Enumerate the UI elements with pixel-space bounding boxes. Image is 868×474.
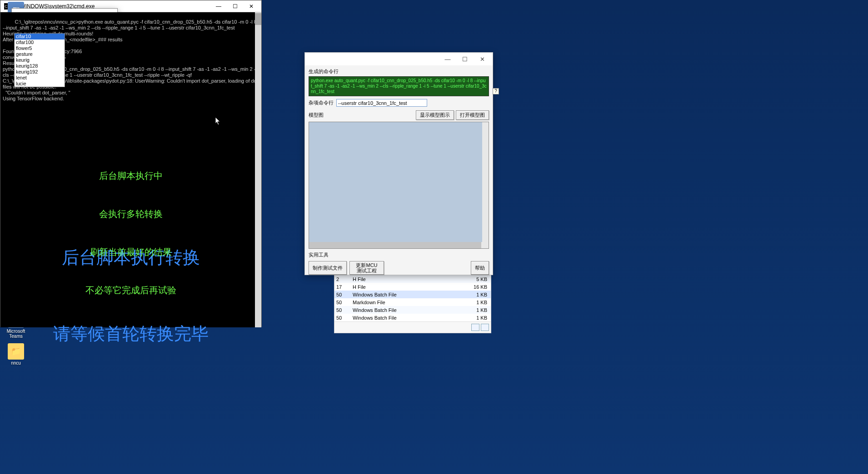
minimize-icon[interactable]: — xyxy=(210,3,227,10)
gen-cmdline-label: 生成的命令行 xyxy=(309,68,489,75)
make-test-button[interactable]: 制作测试文件 xyxy=(309,261,347,275)
extra-cmdline-label: 杂项命令行 xyxy=(309,99,334,106)
dropdown-option[interactable]: gesture xyxy=(15,51,65,57)
dropdown-option[interactable]: lenet xyxy=(15,75,65,81)
util-tools-label: 实用工具 xyxy=(309,252,489,258)
extra-cmdline-input[interactable] xyxy=(336,99,427,107)
file-row[interactable]: 17H File16 KB xyxy=(334,283,491,291)
gui-window: — ☐ ✕ 生成的命令行 python.exe auto_quant.pyc -… xyxy=(304,52,493,275)
overlay-status: 后台脚本执行中 会执行多轮转换 刷新当前最好的结果 不必等它完成后再试验 xyxy=(0,144,261,322)
model-graph-label: 模型图 xyxy=(309,112,414,118)
dropdown-option[interactable]: cifar10 xyxy=(15,34,65,40)
dropdown-option[interactable]: cifar100 xyxy=(15,40,65,45)
dropdown-option[interactable]: flower5 xyxy=(15,45,65,51)
maximize-icon[interactable]: ☐ xyxy=(456,56,474,63)
file-row[interactable]: 50Windows Batch File1 KB xyxy=(334,291,491,298)
close-icon[interactable]: ✕ xyxy=(243,3,259,10)
file-row[interactable]: 50Windows Batch File1 KB xyxy=(334,306,491,314)
view-list-icon[interactable] xyxy=(481,324,489,331)
help-tooltip-icon[interactable]: ? xyxy=(493,88,499,94)
minimize-icon[interactable]: — xyxy=(439,56,456,63)
gui-titlebar[interactable]: — ☐ ✕ xyxy=(305,53,493,65)
close-icon[interactable]: ✕ xyxy=(474,56,491,63)
canvas-scrollbar-h[interactable] xyxy=(309,242,489,248)
update-mcu-button[interactable]: 更新MCU测试工程 xyxy=(349,261,384,275)
open-model-button[interactable]: 打开模型图 xyxy=(456,110,489,120)
help-button[interactable]: 帮助 xyxy=(471,261,489,275)
dropdown-option[interactable]: keurig192 xyxy=(15,69,65,75)
gen-cmdline-box[interactable]: python.exe auto_quant.pyc -f cifar10_cnn… xyxy=(309,76,489,96)
show-model-button[interactable]: 显示模型图示 xyxy=(416,110,454,120)
model-canvas[interactable] xyxy=(309,122,489,249)
dropdown-option[interactable]: keurig xyxy=(15,57,65,63)
dataset-dropdown[interactable]: cifar10cifar100flower5gesturekeurigkeuri… xyxy=(14,33,65,87)
dropdown-option[interactable]: lucie xyxy=(15,81,65,87)
canvas-scrollbar-v[interactable] xyxy=(482,122,489,242)
file-row[interactable]: 50Windows Batch File1 KB xyxy=(334,314,491,321)
maximize-icon[interactable]: ☐ xyxy=(227,3,243,10)
file-row[interactable]: 50Markdown File1 KB xyxy=(334,298,491,306)
dropdown-option[interactable]: keurig128 xyxy=(15,63,65,69)
file-list[interactable]: 2H File5 KB17H File16 KB50Windows Batch … xyxy=(334,275,491,333)
view-grid-icon[interactable] xyxy=(471,324,479,331)
